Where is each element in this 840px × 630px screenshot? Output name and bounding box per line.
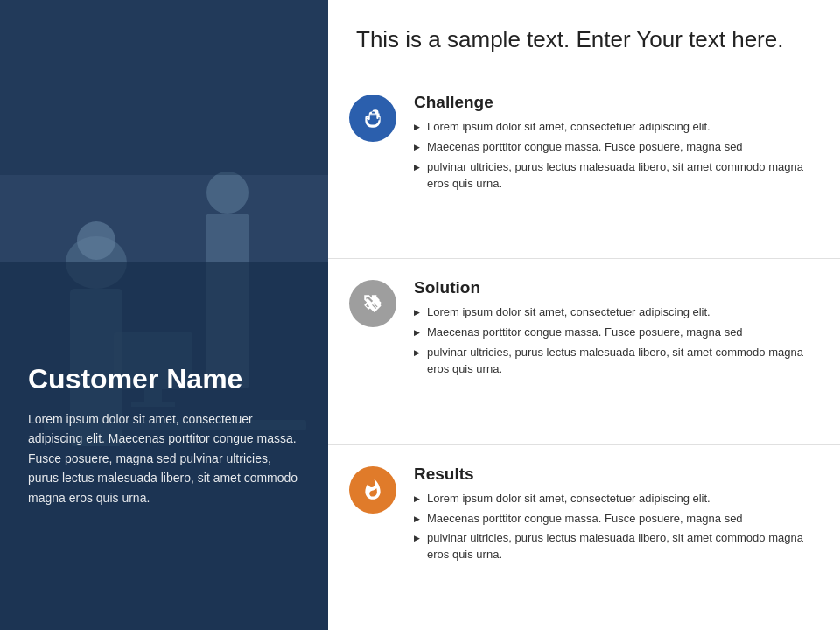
solution-bullet-1: Lorem ipsum dolor sit amet, consectetuer… bbox=[414, 304, 812, 321]
background-image bbox=[0, 0, 328, 630]
customer-name: Customer Name bbox=[28, 362, 300, 396]
left-panel-content: Customer Name Lorem ipsum dolor sit amet… bbox=[28, 362, 300, 508]
svg-rect-11 bbox=[0, 0, 328, 175]
challenge-content: Challenge Lorem ipsum dolor sit amet, co… bbox=[414, 93, 812, 195]
results-section: Results Lorem ipsum dolor sit amet, cons… bbox=[328, 445, 840, 630]
solution-bullet-3: pulvinar ultricies, purus lectus malesua… bbox=[414, 345, 812, 378]
challenge-section: Challenge Lorem ipsum dolor sit amet, co… bbox=[328, 74, 840, 259]
results-bullet-2: Maecenas porttitor congue massa. Fusce p… bbox=[414, 511, 812, 528]
svg-point-4 bbox=[206, 172, 248, 214]
challenge-title: Challenge bbox=[414, 93, 812, 112]
challenge-bullet-1: Lorem ipsum dolor sit amet, consectetuer… bbox=[414, 119, 812, 136]
left-panel: Customer Name Lorem ipsum dolor sit amet… bbox=[0, 0, 328, 630]
solution-bullets: Lorem ipsum dolor sit amet, consectetuer… bbox=[414, 304, 812, 377]
results-title: Results bbox=[414, 465, 812, 484]
results-content: Results Lorem ipsum dolor sit amet, cons… bbox=[414, 465, 812, 567]
challenge-bullet-3: pulvinar ultricies, purus lectus malesua… bbox=[414, 159, 812, 192]
solution-content: Solution Lorem ipsum dolor sit amet, con… bbox=[414, 278, 812, 381]
flame-icon bbox=[361, 479, 384, 501]
challenge-bullet-2: Maecenas porttitor congue massa. Fusce p… bbox=[414, 139, 812, 156]
sections-container: Challenge Lorem ipsum dolor sit amet, co… bbox=[328, 74, 840, 630]
solution-title: Solution bbox=[414, 278, 812, 298]
customer-description: Lorem ipsum dolor sit amet, consectetuer… bbox=[28, 410, 300, 508]
results-icon-circle bbox=[349, 466, 396, 514]
header-text: This is a sample text. Enter Your text h… bbox=[356, 24, 812, 55]
results-bullets: Lorem ipsum dolor sit amet, consectetuer… bbox=[414, 491, 812, 564]
solution-icon-circle bbox=[349, 280, 396, 327]
handshake-icon bbox=[361, 292, 384, 315]
challenge-icon-circle bbox=[349, 94, 396, 142]
results-bullet-1: Lorem ipsum dolor sit amet, consectetuer… bbox=[414, 491, 812, 508]
solution-bullet-2: Maecenas porttitor congue massa. Fusce p… bbox=[414, 325, 812, 341]
right-panel: This is a sample text. Enter Your text h… bbox=[328, 0, 840, 630]
header-section: This is a sample text. Enter Your text h… bbox=[328, 0, 840, 74]
fist-icon bbox=[361, 107, 384, 130]
challenge-bullets: Lorem ipsum dolor sit amet, consectetuer… bbox=[414, 119, 812, 192]
results-bullet-3: pulvinar ultricies, purus lectus malesua… bbox=[414, 530, 812, 564]
svg-point-3 bbox=[77, 221, 116, 260]
solution-section: Solution Lorem ipsum dolor sit amet, con… bbox=[328, 259, 840, 444]
